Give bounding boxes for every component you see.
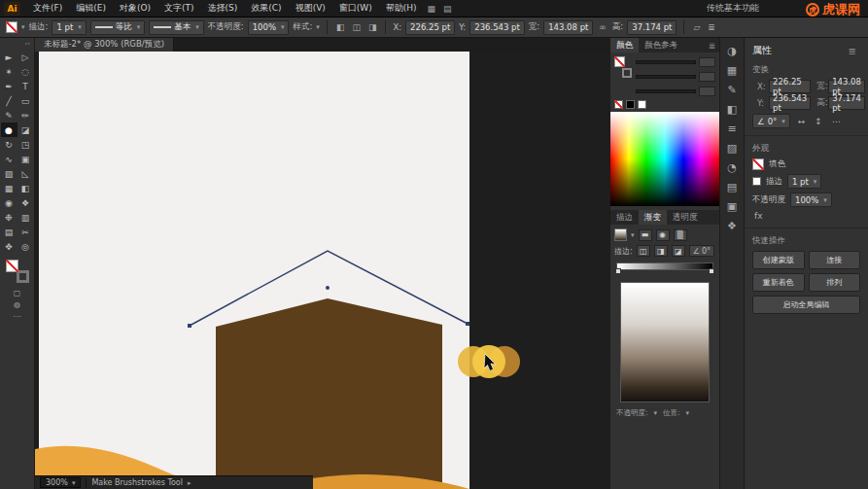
brushes-panel-icon[interactable]: ✎ <box>727 85 736 95</box>
brush-definition-dropdown[interactable]: 基本▾ <box>149 20 204 35</box>
eyedropper-tool[interactable]: ◉ <box>1 195 17 210</box>
stroke-along-icon[interactable]: ◨ <box>654 245 668 257</box>
blend-tool[interactable]: ❖ <box>17 195 34 210</box>
perspective-grid-tool[interactable]: ◺ <box>17 166 34 181</box>
tab-color[interactable]: 颜色 <box>610 38 639 52</box>
h-input[interactable]: 37.174 pt <box>627 20 677 35</box>
pencil-tool[interactable]: ✏ <box>17 108 34 122</box>
flip-vertical-icon[interactable]: ↕ <box>813 117 824 126</box>
fill-caret-icon[interactable]: ▾ <box>21 23 25 31</box>
menu-item[interactable]: 效果(C) <box>244 0 288 17</box>
gradient-thumbnail[interactable] <box>614 228 627 241</box>
menu-item[interactable]: 选择(S) <box>201 0 245 17</box>
color-slider-row[interactable] <box>636 57 715 67</box>
selection-tool[interactable]: ► <box>1 50 17 64</box>
black-swatch[interactable] <box>626 100 635 109</box>
menu-item[interactable]: 编辑(E) <box>69 0 113 17</box>
pen-tool[interactable]: ✒ <box>1 79 17 93</box>
transform-panel-icon[interactable]: ▱ <box>691 22 702 32</box>
rotate-tool[interactable]: ↻ <box>1 137 17 152</box>
y-input[interactable]: 236.543 pt <box>769 96 811 110</box>
stroke-swatch[interactable] <box>752 177 761 186</box>
white-swatch[interactable] <box>638 100 646 109</box>
radial-gradient-button[interactable]: ◉ <box>656 229 670 241</box>
width-tool[interactable]: ∿ <box>1 152 17 166</box>
gradient-panel-icon[interactable]: ◧ <box>727 104 737 115</box>
arrange-documents-icon[interactable]: ▦ <box>424 4 440 14</box>
stroke-weight-field[interactable]: 1 pt▾ <box>52 20 86 35</box>
tab-transparency[interactable]: 透明度 <box>667 210 704 225</box>
width-profile-dropdown[interactable]: 等比▾ <box>90 20 146 35</box>
flip-horizontal-icon[interactable]: ↔ <box>796 117 808 126</box>
quick-action-button[interactable]: 排列 <box>809 273 861 292</box>
hand-tool[interactable]: ✥ <box>1 239 17 254</box>
stroke-panel-icon[interactable]: ≡ <box>727 123 736 134</box>
scale-tool[interactable]: ◳ <box>17 137 34 152</box>
status-arrow-icon[interactable]: ▸ <box>188 479 191 487</box>
link-dimensions-icon[interactable]: ∞ <box>597 22 608 32</box>
fill-color-swatch[interactable] <box>6 21 17 33</box>
opacity-field[interactable]: 100%▾ <box>790 192 832 207</box>
layers-panel-icon[interactable]: ▤ <box>727 182 737 192</box>
align-horizontal-icon[interactable]: ◧ <box>334 22 347 32</box>
gradient-preview[interactable] <box>620 282 710 402</box>
more-options-icon[interactable]: ⋯ <box>830 117 843 126</box>
canvas-area[interactable]: 300%▾ Make Brushstrokes Tool ▸ <box>35 52 609 489</box>
screen-mode-icon[interactable]: ⋯ <box>14 312 21 321</box>
menu-item[interactable]: 对象(O) <box>113 0 157 17</box>
color-spectrum-picker[interactable] <box>610 112 719 206</box>
align-center-icon[interactable]: ◫ <box>350 22 363 32</box>
symbol-sprayer-tool[interactable]: ❉ <box>1 210 17 225</box>
transparency-panel-icon[interactable]: ▨ <box>727 143 737 154</box>
magic-wand-tool[interactable]: ✶ <box>1 64 17 79</box>
w-input[interactable]: 143.08 pt <box>828 80 865 93</box>
panel-menu-icon[interactable]: ≣ <box>706 22 717 32</box>
panel-menu-icon[interactable]: ≣ <box>705 38 719 52</box>
x-input[interactable]: 226.25 pt <box>405 20 455 35</box>
gradient-stop-start[interactable] <box>615 268 621 274</box>
type-tool[interactable]: T <box>17 79 34 93</box>
line-segment-tool[interactable]: ╱ <box>1 93 17 108</box>
tab-stroke[interactable]: 描边 <box>610 210 639 225</box>
freeform-gradient-button[interactable]: ▒ <box>674 229 687 241</box>
rotation-angle-dropdown[interactable]: ∠0°▾ <box>752 114 790 128</box>
color-panel-icon[interactable]: ◑ <box>727 46 737 56</box>
artboards-panel-icon[interactable]: ▣ <box>727 201 737 212</box>
direct-selection-tool[interactable]: ▷ <box>17 50 34 64</box>
draw-behind-mode-icon[interactable]: ◍ <box>14 300 20 309</box>
menu-item[interactable]: 帮助(H) <box>379 0 424 17</box>
menu-item[interactable]: 窗口(W) <box>332 0 379 17</box>
chevron-down-icon[interactable]: ▾ <box>654 409 658 417</box>
rectangle-tool[interactable]: ▭ <box>17 93 34 108</box>
w-input[interactable]: 143.08 pt <box>543 20 593 35</box>
fill-stroke-proxy[interactable] <box>6 260 29 283</box>
lasso-tool[interactable]: ◌ <box>17 64 34 79</box>
gradient-tool[interactable]: ◧ <box>17 181 34 195</box>
start-global-edit-button[interactable]: 启动全局编辑 <box>752 296 860 314</box>
quick-action-button[interactable]: 创建蒙版 <box>752 251 805 269</box>
libraries-panel-icon[interactable]: ❖ <box>727 221 737 231</box>
opacity-field[interactable]: 100%▾ <box>248 20 290 35</box>
mesh-tool[interactable]: ▦ <box>1 181 17 195</box>
free-transform-tool[interactable]: ▣ <box>17 152 34 166</box>
stroke-across-icon[interactable]: ◪ <box>672 245 685 257</box>
document-tab[interactable]: 未标题-2* @ 300% (RGB/预览) <box>35 38 174 52</box>
x-input[interactable]: 226.25 pt <box>769 80 811 93</box>
color-fill-stroke-proxy[interactable] <box>614 56 632 78</box>
style-caret-icon[interactable]: ▾ <box>316 23 320 31</box>
effects-fx-icon[interactable]: fx <box>752 211 765 221</box>
fill-proxy-swatch[interactable] <box>6 260 18 272</box>
quick-action-button[interactable]: 重新着色 <box>752 273 805 292</box>
none-swatch[interactable] <box>614 100 623 109</box>
appearance-panel-icon[interactable]: ◔ <box>727 162 737 173</box>
blob-brush-tool[interactable]: ● <box>1 122 17 137</box>
quick-action-button[interactable]: 连接 <box>809 251 861 269</box>
stroke-within-icon[interactable]: ◫ <box>637 245 650 257</box>
workspace-switcher[interactable]: 传统基本功能 <box>707 2 759 15</box>
menu-item[interactable]: 文件(F) <box>26 0 69 17</box>
zoom-level-dropdown[interactable]: 300%▾ <box>40 477 81 488</box>
tab-gradient[interactable]: 渐变 <box>639 210 667 225</box>
stroke-weight-stepper[interactable]: 1 pt▾ <box>787 174 821 189</box>
h-input[interactable]: 37.174 pt <box>828 96 865 110</box>
color-slider-row[interactable] <box>636 87 715 96</box>
